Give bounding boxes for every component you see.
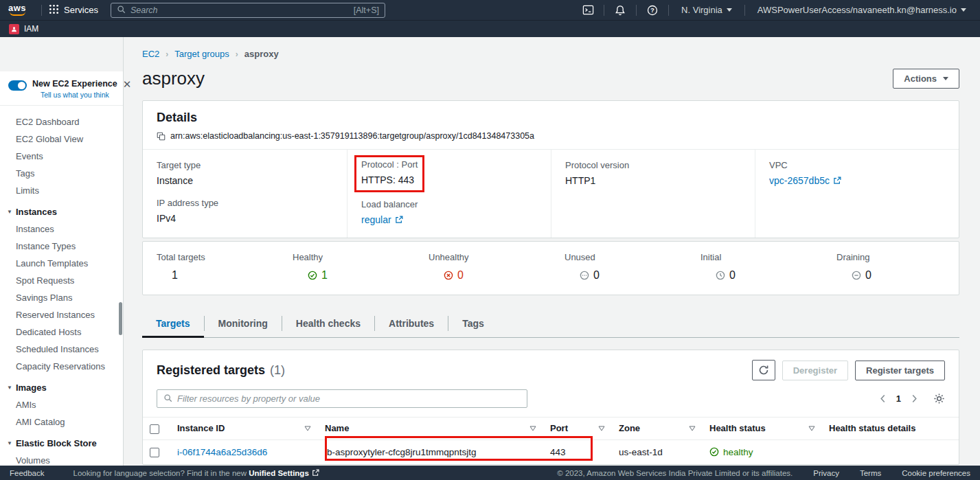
field-label: Protocol version: [565, 160, 741, 170]
chevron-down-icon: [943, 77, 948, 80]
sort-icon: [529, 426, 536, 431]
column-header-health-status-details: Health status details: [822, 418, 959, 440]
cloudshell-icon[interactable]: [579, 3, 597, 18]
sidebar-item-amis[interactable]: AMIs: [0, 396, 123, 413]
settings-gear-icon[interactable]: [933, 393, 945, 404]
sort-icon: [598, 426, 605, 431]
draining-count: 0: [852, 269, 959, 282]
new-experience-toggle[interactable]: [8, 80, 27, 91]
unified-settings-link[interactable]: Unified Settings: [249, 469, 319, 477]
copy-icon[interactable]: [157, 132, 166, 141]
details-title: Details: [157, 111, 945, 125]
stat-label: Initial: [700, 252, 823, 262]
account-menu[interactable]: AWSPowerUserAccess/navaneeth.kn@harness.…: [752, 5, 972, 15]
tab-monitoring[interactable]: Monitoring: [205, 310, 282, 337]
register-targets-button[interactable]: Register targets: [855, 361, 945, 380]
divider: [41, 5, 42, 16]
grid-icon: [49, 4, 59, 16]
field-label: VPC: [769, 160, 945, 170]
registered-targets-title: Registered targets: [157, 363, 265, 378]
sidebar-item-savings-plans[interactable]: Savings Plans: [0, 289, 123, 306]
sidebar-item-limits[interactable]: Limits: [0, 182, 123, 199]
previous-page-button[interactable]: [880, 394, 886, 403]
tab-targets[interactable]: Targets: [142, 310, 204, 337]
column-header-instance-id[interactable]: Instance ID: [170, 418, 318, 440]
page-number[interactable]: 1: [896, 393, 901, 404]
healthy-count: 1: [308, 269, 415, 282]
sidebar-item-instances[interactable]: Instances: [0, 220, 123, 238]
copyright: © 2023, Amazon Web Services India Privat…: [557, 469, 793, 477]
column-header-health-status[interactable]: Health status: [703, 418, 822, 440]
sidebar-item-ami-catalog[interactable]: AMI Catalog: [0, 413, 123, 431]
sidebar-item-reserved-instances[interactable]: Reserved Instances: [0, 306, 123, 323]
close-icon[interactable]: ✕: [123, 79, 132, 89]
sidebar-item-ec2-dashboard[interactable]: EC2 Dashboard: [0, 113, 123, 130]
deregister-button[interactable]: Deregister: [782, 361, 848, 380]
chevron-down-icon: [961, 8, 966, 12]
footer: Feedback Looking for language selection?…: [0, 466, 980, 480]
target-name-cell: lb-asproxytyler-cfcg8jru1tmmqpntsjtg: [318, 439, 543, 464]
load-balancer-link[interactable]: regular: [361, 214, 403, 225]
top-navigation: aws Services [Alt+S] ? N. Virginia: [0, 0, 980, 20]
column-header-port[interactable]: Port: [543, 418, 612, 440]
tab-tags[interactable]: Tags: [448, 310, 498, 337]
filter-input[interactable]: [177, 393, 521, 404]
actions-button[interactable]: Actions: [893, 69, 959, 89]
sidebar-section-images[interactable]: ▼Images: [0, 375, 123, 396]
vpc-link[interactable]: vpc-2657db5c: [769, 175, 841, 186]
stat-label: Unused: [565, 252, 687, 262]
sidebar-item-capacity-reservations[interactable]: Capacity Reservations: [0, 358, 123, 375]
help-icon[interactable]: ?: [643, 3, 661, 18]
new-experience-box: New EC2 Experience Tell us what you thin…: [0, 71, 123, 106]
target-group-arn: arn:aws:elasticloadbalancing:us-east-1:3…: [170, 131, 534, 141]
field-label: Protocol : Port: [361, 159, 418, 170]
tab-health-checks[interactable]: Health checks: [282, 310, 374, 337]
clock-circle-icon: [716, 271, 725, 280]
sidebar-item-ec2-global-view[interactable]: EC2 Global View: [0, 130, 123, 148]
column-header-zone[interactable]: Zone: [612, 418, 703, 440]
sidebar-item-spot-requests[interactable]: Spot Requests: [0, 272, 123, 289]
favorites-bar: IAM: [0, 20, 980, 37]
favorite-iam[interactable]: IAM: [9, 24, 38, 34]
sidebar-item-launch-templates[interactable]: Launch Templates: [0, 255, 123, 272]
sidebar-section-ebs[interactable]: ▼Elastic Block Store: [0, 431, 123, 452]
row-checkbox[interactable]: [150, 448, 159, 457]
search-shortcut: [Alt+S]: [354, 5, 379, 15]
check-circle-icon: [709, 447, 719, 457]
notifications-bell-icon[interactable]: [611, 3, 629, 18]
services-menu-button[interactable]: Services: [49, 4, 98, 16]
sidebar-item-events[interactable]: Events: [0, 148, 123, 165]
instance-id-link[interactable]: i-06f1744a6a25d36d6: [177, 447, 267, 457]
filter-box: [157, 389, 527, 408]
breadcrumb-ec2[interactable]: EC2: [142, 49, 159, 59]
select-all-checkbox[interactable]: [150, 424, 159, 434]
region-selector[interactable]: N. Virginia: [676, 5, 738, 15]
tab-attributes[interactable]: Attributes: [375, 310, 448, 337]
aws-logo[interactable]: aws: [8, 4, 26, 16]
feedback-link[interactable]: Tell us what you think: [32, 91, 117, 99]
main-content: EC2 › Target groups › asproxy asproxy Ac…: [124, 37, 980, 466]
terms-link[interactable]: Terms: [860, 469, 881, 477]
language-prompt: Looking for language selection? Find it …: [73, 469, 319, 477]
target-health-summary: Total targets 1 Healthy 1 Unhealthy 0 Un…: [142, 241, 959, 295]
feedback-button[interactable]: Feedback: [10, 469, 45, 477]
x-circle-icon: [444, 271, 453, 280]
sidebar-item-tags[interactable]: Tags: [0, 165, 123, 182]
sidebar-item-dedicated-hosts[interactable]: Dedicated Hosts: [0, 323, 123, 341]
next-page-button[interactable]: [911, 394, 918, 403]
search-input[interactable]: [130, 5, 349, 15]
sidebar-section-instances[interactable]: ▼Instances: [0, 199, 123, 220]
cookie-preferences-link[interactable]: Cookie preferences: [902, 469, 970, 477]
privacy-link[interactable]: Privacy: [813, 469, 839, 477]
sidebar-item-scheduled-instances[interactable]: Scheduled Instances: [0, 341, 123, 358]
sidebar-scrollbar[interactable]: [119, 302, 122, 335]
refresh-button[interactable]: [752, 360, 775, 380]
protocol-port-value: HTTPS: 443: [361, 174, 418, 185]
unhealthy-count: 0: [444, 269, 551, 282]
chevron-down-icon: [727, 8, 732, 12]
column-header-name[interactable]: Name: [318, 418, 543, 440]
global-search[interactable]: [Alt+S]: [111, 3, 385, 18]
breadcrumb-target-groups[interactable]: Target groups: [174, 49, 229, 59]
initial-count: 0: [716, 269, 823, 282]
sidebar-item-instance-types[interactable]: Instance Types: [0, 238, 123, 255]
